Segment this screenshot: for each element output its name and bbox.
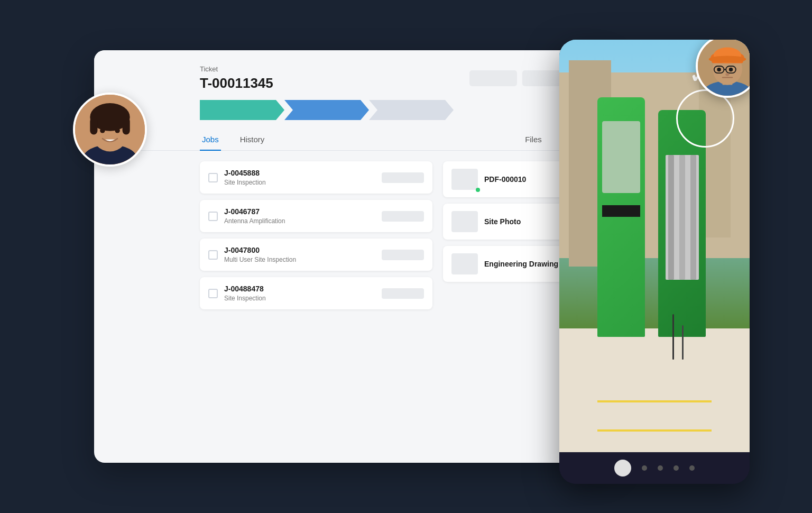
parking-line-2 [597,400,712,402]
tab-jobs[interactable]: Jobs [200,129,221,150]
job-checkbox-3[interactable] [208,250,218,260]
job-info-4: J-00488478 Site Inspection [224,285,375,302]
tab-files[interactable]: Files [523,129,544,150]
ground [559,328,750,452]
job-badge-2 [382,211,424,222]
file-thumb-2 [451,211,478,232]
job-badge-1 [382,172,424,183]
ticket-label: Ticket [200,65,273,73]
step-2[interactable] [284,100,369,120]
file-name-2: Site Photo [484,217,521,226]
nav-dot-4[interactable] [673,465,679,471]
phone-bottom-nav [559,452,750,484]
step-3[interactable] [369,100,454,120]
job-desc-3: Multi User Site Inspection [224,256,375,263]
tabs-section: Jobs History Files Chatter [94,129,612,151]
header-button-1[interactable] [469,70,517,86]
job-checkbox-4[interactable] [208,289,218,298]
scene: Ticket T-00011345 Jobs History [62,29,750,484]
content-area: J-0045888 Site Inspection J-0046787 Ante… [94,151,612,320]
job-info-1: J-0045888 Site Inspection [224,169,375,186]
job-item-2[interactable]: J-0046787 Antenna Amplification [200,200,432,232]
job-checkbox-2[interactable] [208,212,218,221]
phone-screen: ✓ [559,40,750,452]
job-id-4: J-00488478 [224,285,375,293]
card-header: Ticket T-00011345 [94,50,612,100]
job-desc-4: Site Inspection [224,295,375,302]
nav-dot-2[interactable] [642,465,647,471]
job-item-3[interactable]: J-0047800 Multi User Site Inspection [200,239,432,271]
svg-rect-6 [123,117,130,134]
svg-point-16 [709,56,746,62]
file-name-3: Engineering Drawing [484,260,558,268]
desktop-card: Ticket T-00011345 Jobs History [94,50,612,463]
charger-screen-left [602,121,640,193]
job-info-2: J-0046787 Antenna Amplification [224,207,375,225]
svg-point-22 [725,73,729,76]
job-desc-1: Site Inspection [224,179,375,186]
job-item-4[interactable]: J-00488478 Site Inspection [200,277,432,309]
svg-point-8 [115,128,119,133]
file-thumb-3 [451,253,478,274]
progress-steps [200,100,591,120]
job-badge-3 [382,250,424,260]
job-badge-4 [382,288,424,299]
svg-point-21 [729,68,733,71]
nav-dot-3[interactable] [658,465,663,471]
file-name-1: PDF-000010 [484,175,526,184]
job-id-2: J-0046787 [224,207,375,216]
svg-point-20 [717,68,721,71]
job-desc-2: Antenna Amplification [224,217,375,225]
ev-charger-image: ✓ [559,40,750,452]
ticket-number: T-00011345 [200,75,273,91]
progress-section [94,100,612,120]
ticket-info: Ticket T-00011345 [200,65,273,91]
step-1[interactable] [200,100,284,120]
cable-1 [672,314,674,360]
file-status-dot-1 [476,188,480,192]
highlight-circle [676,89,734,148]
nav-dot-5[interactable] [689,465,695,471]
charger-detail [602,205,640,217]
job-item-1[interactable]: J-0045888 Site Inspection [200,161,432,194]
parking-line-1 [597,429,712,432]
connector-bar-3 [690,155,696,280]
job-info-3: J-0047800 Multi User Site Inspection [224,246,375,263]
svg-rect-5 [90,117,97,134]
connector-bar-1 [668,155,674,280]
job-id-3: J-0047800 [224,246,375,254]
job-id-1: J-0045888 [224,169,375,177]
nav-dot-home[interactable] [614,460,631,477]
jobs-list: J-0045888 Site Inspection J-0046787 Ante… [200,161,443,309]
svg-point-7 [100,128,105,133]
charger-left [597,97,645,336]
charger-connectors [666,155,699,280]
mobile-phone: ✓ [559,40,750,484]
tab-history[interactable]: History [238,129,267,150]
connector-bar-2 [679,155,685,280]
cable-2 [682,325,684,359]
file-thumb-1 [451,169,478,190]
avatar-female [73,93,147,167]
job-checkbox-1[interactable] [208,173,218,182]
